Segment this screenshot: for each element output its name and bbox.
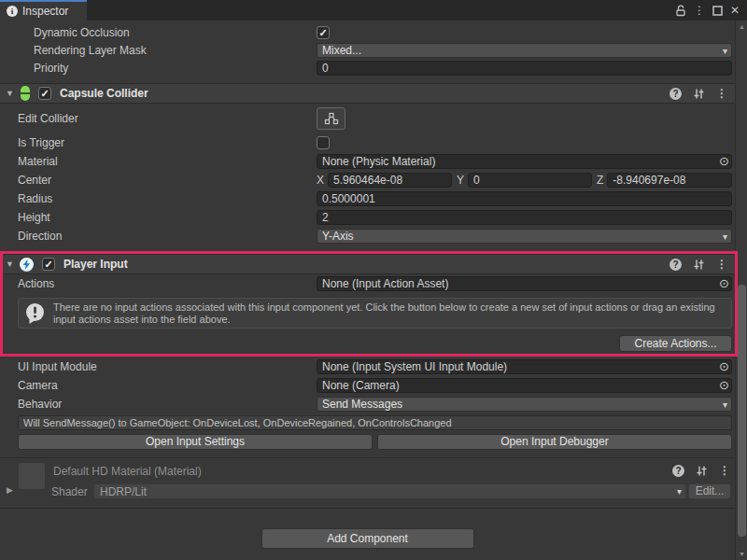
center-z-field[interactable]: -8.940697e-08 bbox=[607, 173, 732, 188]
camera-label: Camera bbox=[18, 379, 317, 392]
send-message-help-box: Will SendMessage() to GameObject: OnDevi… bbox=[18, 415, 732, 430]
center-x-field[interactable]: 5.960464e-08 bbox=[328, 173, 452, 188]
is-trigger-label: Is Trigger bbox=[18, 136, 317, 149]
direction-label: Direction bbox=[18, 230, 317, 243]
chevron-down-icon: ▾ bbox=[723, 45, 727, 58]
object-picker-icon[interactable]: ⊙ bbox=[719, 154, 729, 168]
camera-row: Camera None (Camera)⊙ bbox=[0, 376, 735, 395]
priority-row: Priority 0 bbox=[0, 59, 735, 77]
maximize-icon[interactable] bbox=[712, 6, 723, 16]
check-icon: ✓ bbox=[44, 259, 52, 270]
actions-row: Actions None (Input Action Asset)⊙ bbox=[0, 274, 735, 293]
scrollbar-thumb[interactable] bbox=[738, 285, 746, 537]
player-input-title: Player Input bbox=[63, 258, 669, 271]
radius-label: Radius bbox=[18, 192, 317, 205]
shader-edit-button[interactable]: Edit... bbox=[688, 483, 731, 499]
edit-collider-label: Edit Collider bbox=[18, 112, 317, 125]
open-input-debugger-button[interactable]: Open Input Debugger bbox=[377, 434, 732, 450]
player-input-icon bbox=[20, 258, 34, 272]
edit-vertices-icon bbox=[324, 112, 339, 125]
rendering-layer-mask-label: Rendering Layer Mask bbox=[34, 44, 317, 57]
player-input-enabled-checkbox[interactable]: ✓ bbox=[42, 258, 55, 271]
foldout-closed-icon[interactable]: ▶ bbox=[7, 485, 13, 495]
inspector-content: Dynamic Occlusion ✓ Rendering Layer Mask… bbox=[0, 21, 735, 560]
chevron-down-icon: ▾ bbox=[677, 485, 682, 498]
foldout-open-icon[interactable]: ▼ bbox=[6, 89, 19, 98]
material-preview-section: Default HD Material (Material) ? ⋮ ▶ Sha… bbox=[0, 457, 735, 509]
shader-label: Shader bbox=[51, 485, 88, 498]
material-label: Material bbox=[18, 155, 317, 168]
scroll-down-icon[interactable]: ▼ bbox=[736, 551, 747, 557]
help-icon[interactable]: ? bbox=[669, 259, 682, 271]
ui-input-module-label: UI Input Module bbox=[18, 360, 317, 373]
window-menu-icon[interactable]: ⋮ bbox=[694, 5, 705, 16]
chevron-down-icon: ▾ bbox=[723, 231, 727, 244]
material-title: Default HD Material (Material) bbox=[53, 465, 202, 478]
behavior-dropdown[interactable]: Send Messages▾ bbox=[317, 397, 732, 412]
rendering-layer-mask-row: Rendering Layer Mask Mixed...▾ bbox=[0, 41, 735, 59]
tab-inspector[interactable]: i Inspector bbox=[0, 0, 87, 21]
foldout-open-icon[interactable]: ▼ bbox=[6, 259, 19, 269]
object-picker-icon[interactable]: ⊙ bbox=[719, 359, 729, 373]
kebab-menu-icon[interactable]: ⋮ bbox=[716, 87, 727, 100]
close-icon[interactable]: ✕ bbox=[730, 5, 740, 16]
info-icon: i bbox=[7, 6, 18, 17]
actions-label: Actions bbox=[18, 277, 317, 290]
tab-label: Inspector bbox=[22, 5, 68, 18]
lock-icon[interactable] bbox=[675, 5, 686, 17]
capsule-collider-header[interactable]: ▼ ✓ Capsule Collider ? ⋮ bbox=[0, 83, 735, 104]
radius-field[interactable]: 0.5000001 bbox=[317, 191, 732, 206]
presets-icon[interactable] bbox=[693, 259, 705, 271]
scroll-up-icon[interactable]: ▲ bbox=[736, 23, 747, 30]
warning-icon bbox=[24, 302, 46, 325]
help-icon[interactable]: ? bbox=[672, 465, 684, 477]
material-sphere-thumbnail[interactable] bbox=[19, 463, 45, 489]
height-row: Height 2 bbox=[0, 208, 735, 227]
ui-input-module-object-field[interactable]: None (Input System UI Input Module)⊙ bbox=[317, 359, 732, 374]
no-actions-warning-box: There are no input actions associated wi… bbox=[18, 298, 732, 329]
warning-text: There are no input actions associated wi… bbox=[46, 301, 724, 326]
help-icon[interactable]: ? bbox=[669, 88, 682, 100]
actions-object-field[interactable]: None (Input Action Asset)⊙ bbox=[317, 276, 732, 291]
dynamic-occlusion-label: Dynamic Occlusion bbox=[34, 26, 317, 39]
object-picker-icon[interactable]: ⊙ bbox=[719, 378, 729, 392]
center-label: Center bbox=[18, 174, 317, 187]
chevron-down-icon: ▾ bbox=[723, 399, 727, 412]
edit-collider-row: Edit Collider bbox=[0, 104, 735, 133]
shader-dropdown[interactable]: HDRP/Lit▾ bbox=[93, 483, 686, 499]
y-axis-label: Y bbox=[457, 174, 464, 187]
behavior-row: Behavior Send Messages▾ bbox=[0, 395, 735, 413]
kebab-menu-icon[interactable]: ⋮ bbox=[716, 258, 727, 271]
object-picker-icon[interactable]: ⊙ bbox=[719, 276, 729, 290]
behavior-label: Behavior bbox=[18, 398, 317, 411]
capsule-collider-enabled-checkbox[interactable]: ✓ bbox=[38, 87, 51, 100]
height-field[interactable]: 2 bbox=[317, 210, 732, 225]
check-icon: ✓ bbox=[318, 27, 327, 38]
dynamic-occlusion-checkbox[interactable]: ✓ bbox=[317, 26, 330, 39]
priority-field[interactable]: 0 bbox=[317, 61, 732, 76]
material-object-field[interactable]: None (Physic Material)⊙ bbox=[317, 154, 732, 169]
presets-icon[interactable] bbox=[693, 88, 705, 100]
center-row: Center X5.960464e-08 Y0 Z-8.940697e-08 bbox=[0, 171, 735, 189]
add-component-button[interactable]: Add Component bbox=[261, 528, 474, 549]
create-actions-button[interactable]: Create Actions... bbox=[619, 335, 732, 352]
tab-bar: i Inspector ⋮ ✕ bbox=[0, 0, 747, 21]
height-label: Height bbox=[18, 211, 317, 224]
open-input-settings-button[interactable]: Open Input Settings bbox=[18, 434, 373, 450]
capsule-collider-icon bbox=[21, 86, 30, 101]
edit-collider-button[interactable] bbox=[317, 107, 345, 130]
camera-object-field[interactable]: None (Camera)⊙ bbox=[317, 378, 732, 393]
presets-icon[interactable] bbox=[696, 465, 708, 477]
kebab-menu-icon[interactable]: ⋮ bbox=[719, 464, 730, 477]
center-y-field[interactable]: 0 bbox=[468, 173, 592, 188]
direction-dropdown[interactable]: Y-Axis▾ bbox=[317, 229, 732, 244]
scrollbar[interactable]: ▲ ▼ bbox=[735, 21, 747, 560]
rendering-layer-mask-dropdown[interactable]: Mixed...▾ bbox=[317, 43, 732, 58]
material-row: Material None (Physic Material)⊙ bbox=[0, 152, 735, 171]
z-axis-label: Z bbox=[597, 174, 603, 187]
x-axis-label: X bbox=[317, 174, 324, 187]
inspector-window: i Inspector ⋮ ✕ Dynamic Occlusion ✓ Rend… bbox=[0, 0, 747, 560]
window-controls: ⋮ ✕ bbox=[675, 0, 747, 21]
is-trigger-checkbox[interactable] bbox=[317, 136, 330, 149]
player-input-header[interactable]: ▼ ✓ Player Input ? ⋮ bbox=[0, 254, 735, 274]
